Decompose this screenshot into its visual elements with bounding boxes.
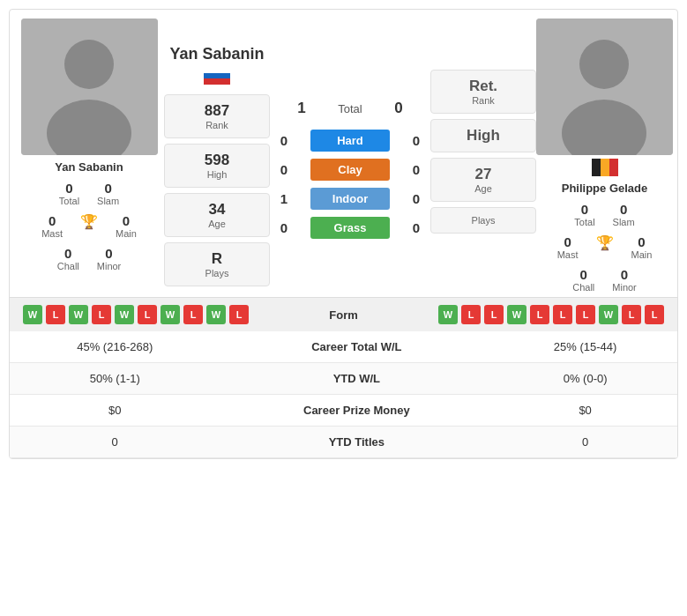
form-badge: W (206, 305, 226, 324)
clay-left: 0 (271, 162, 297, 177)
form-badge: W (161, 305, 180, 324)
player2-name: Philippe Gelade (562, 182, 648, 195)
player1-rank-val: 887 (183, 102, 251, 120)
indoor-badge: Indoor (310, 188, 390, 210)
player2-plays-lbl: Plays (449, 215, 518, 226)
form-badge: L (46, 305, 65, 324)
player1-form: WLWLWLWLWL (23, 305, 249, 324)
stat-left: 0 (10, 427, 220, 458)
grass-right: 0 (403, 220, 429, 235)
form-badge: L (645, 305, 664, 324)
player2-minor-val: 0 (612, 267, 637, 282)
form-badge: W (599, 305, 618, 324)
player2-high-box: High (430, 119, 536, 152)
stat-right: $0 (493, 395, 677, 427)
player2-main-val: 0 (631, 234, 653, 249)
form-badge: L (229, 305, 249, 324)
player2-high-val: High (449, 127, 518, 145)
player2-rank-box: Ret. Rank (430, 70, 536, 114)
form-badge: L (461, 305, 481, 324)
svg-point-4 (579, 40, 629, 89)
form-badge: W (115, 305, 134, 324)
svg-point-1 (64, 40, 114, 89)
form-badge: L (138, 305, 157, 324)
form-section: WLWLWLWLWL Form WLLWLLLWLL (10, 297, 677, 331)
player1-main-label: Main (116, 228, 137, 239)
player1-chall-val: 0 (57, 246, 79, 261)
player2-total-label: Total (574, 217, 594, 227)
player2-minor-label: Minor (612, 282, 637, 293)
table-row: 45% (216-268) Career Total W/L 25% (15-4… (10, 331, 677, 363)
player1-slam-val: 0 (97, 181, 119, 196)
grass-row: 0 Grass 0 (270, 217, 430, 239)
hard-left: 0 (271, 133, 297, 148)
stat-right: 25% (15-44) (493, 331, 677, 363)
hard-row: 0 Hard 0 (270, 130, 430, 152)
player1-high-lbl: High (183, 169, 251, 180)
player1-age-lbl: Age (183, 219, 251, 229)
player1-plays-val: R (183, 250, 251, 268)
form-badge: L (183, 305, 203, 324)
player2-chall-label: Chall (572, 282, 594, 293)
total-left-val: 1 (288, 100, 315, 117)
player2-age-lbl: Age (449, 183, 518, 194)
stat-center: Career Prize Money (220, 395, 493, 427)
stat-right: 0% (0-0) (493, 363, 677, 395)
form-badge: L (622, 305, 641, 324)
player2-rank-block: Ret. Rank High 27 Age Plays (430, 67, 536, 293)
player2-rank-lbl: Rank (449, 95, 518, 106)
courts-section: 1 Total 0 0 Hard 0 0 Clay 0 1 Indoor 0 0 (270, 49, 430, 293)
form-badge: W (69, 305, 88, 324)
total-right-val: 0 (385, 100, 412, 117)
player1-minor-label: Minor (97, 261, 122, 271)
form-badge: L (576, 305, 595, 324)
clay-row: 0 Clay 0 (270, 159, 430, 181)
player2-total-val: 0 (574, 202, 594, 217)
player1-photo (21, 19, 158, 155)
indoor-row: 1 Indoor 0 (270, 188, 430, 210)
player1-block: Yan Sabanin 0 Total 0 Slam 0 Mast 🏆 (14, 19, 164, 293)
player2-photo (536, 19, 673, 155)
grass-left: 0 (271, 220, 297, 235)
player2-form: WLLWLLLWLL (438, 305, 664, 324)
form-label: Form (317, 308, 370, 322)
player2-mast-stats: 0 Mast 🏆 0 Main (557, 234, 653, 260)
stat-center: YTD Titles (220, 427, 493, 458)
player1-plays-block: R Plays (164, 242, 270, 286)
hard-badge: Hard (310, 130, 390, 152)
player1-chall-stats: 0 Chall 0 Minor (57, 246, 122, 271)
form-badge: W (438, 305, 458, 324)
player2-plays-box: Plays (430, 207, 536, 234)
stat-left: 45% (216-268) (10, 331, 220, 363)
player1-high-val: 598 (183, 152, 251, 169)
stat-left: $0 (10, 395, 220, 427)
form-badge: L (553, 305, 572, 324)
indoor-left: 1 (271, 191, 297, 206)
player1-rank-lbl: Rank (183, 120, 251, 130)
total-row: 1 Total 0 (270, 100, 430, 117)
player2-trophy-icon: 🏆 (596, 234, 614, 251)
form-badge: L (92, 305, 111, 324)
hard-right: 0 (403, 133, 429, 148)
player2-flag (592, 159, 618, 176)
player2-age-val: 27 (449, 166, 518, 183)
player2-chall-stats: 0 Chall 0 Minor (572, 267, 637, 293)
form-badge: L (530, 305, 549, 324)
player1-age-block: 34 Age (164, 193, 270, 237)
player1-name: Yan Sabanin (55, 160, 123, 174)
grass-badge: Grass (310, 217, 390, 239)
player1-flag (204, 67, 230, 85)
player1-chall-label: Chall (57, 261, 79, 271)
stat-right: 0 (493, 427, 677, 458)
clay-badge: Clay (310, 159, 390, 181)
player1-plays-lbl: Plays (183, 268, 251, 278)
form-badge: W (23, 305, 42, 324)
indoor-right: 0 (403, 191, 429, 206)
player1-mast-label: Mast (41, 228, 63, 239)
player1-name-center: Yan Sabanin (169, 45, 264, 63)
player1-total-label: Total (59, 196, 79, 206)
total-label: Total (328, 102, 372, 115)
player1-mast-val: 0 (41, 213, 63, 228)
player2-rank-val: Ret. (449, 78, 518, 95)
player2-mast-val: 0 (557, 234, 579, 249)
